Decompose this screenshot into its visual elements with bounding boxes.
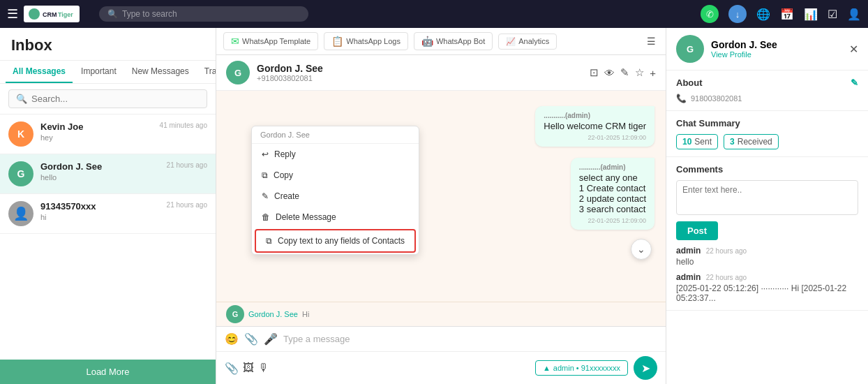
chat-toolbar: ✉ WhatsApp Template 📋 WhatsApp Logs 🤖 Wh… (216, 28, 666, 55)
chat-time-gordon: 21 hours ago (167, 161, 207, 169)
about-title: About ✎ (676, 77, 858, 88)
microphone-icon[interactable]: 🎤 (264, 332, 278, 346)
received-count: 3 (730, 137, 735, 147)
send-icon: ➤ (641, 362, 650, 375)
whatsapp-template-button[interactable]: ✉ WhatsApp Template (223, 32, 318, 50)
comment-input[interactable] (676, 180, 858, 215)
chat-info-gordon: Gordon J. See hello (40, 161, 160, 182)
download-icon[interactable]: ↓ (728, 5, 747, 23)
toolbar-more-button[interactable]: ☰ (644, 34, 659, 49)
message-item-sent-2: ...........(admin) select any one 1 Crea… (571, 158, 654, 230)
top-navigation: ☰ CRM Tiger 🔍 ✆ ↓ 🌐 📅 📊 ☑ 👤 (0, 0, 868, 28)
context-menu-copy[interactable]: ⧉ Copy (252, 165, 419, 186)
globe-icon[interactable]: 🌐 (756, 8, 770, 21)
snippet-sender: Gordon J. See (248, 310, 298, 318)
left-sidebar: Inbox All Messages Important New Message… (0, 28, 216, 384)
rp-view-profile-link[interactable]: View Profile (711, 50, 777, 59)
analytics-icon: 📈 (506, 37, 516, 46)
up-arrow-icon: ▲ (543, 364, 551, 372)
post-comment-button[interactable]: Post (676, 221, 718, 240)
chat-name-gordon: Gordon J. See (40, 161, 160, 172)
chat-preview-gordon: hello (40, 173, 160, 182)
comment-author-2: admin (676, 272, 701, 282)
chat-edit-icon[interactable]: ✎ (620, 66, 629, 79)
emoji-icon[interactable]: 😊 (225, 332, 239, 346)
tab-new-messages[interactable]: New Messages (125, 61, 196, 83)
global-search-input[interactable] (122, 9, 248, 19)
copy-icon: ⧉ (262, 170, 268, 180)
sent-badge: 10 Sent (676, 134, 718, 149)
chat-view-icon[interactable]: 👁 (604, 67, 615, 79)
rp-phone-number: 918003802081 (691, 94, 742, 103)
load-more-button[interactable]: Load More (0, 360, 216, 384)
svg-text:Tiger: Tiger (58, 11, 73, 18)
logo-area: CRM Tiger (24, 6, 80, 22)
whatsapp-bot-button[interactable]: 🤖 WhatsApp Bot (414, 32, 493, 50)
chat-contact-phone: +918003802081 (257, 74, 583, 82)
context-menu-copy-to-contacts[interactable]: ⧉ Copy text to any fields of Contacts (255, 229, 416, 253)
inbox-title: Inbox (0, 28, 216, 61)
incoming-snippet: G Gordon J. See Hi (216, 302, 666, 326)
calendar-icon[interactable]: 📅 (780, 8, 794, 21)
send-button[interactable]: ➤ (634, 356, 657, 380)
search-container: 🔍 (0, 84, 216, 115)
chat-contact-name: Gordon J. See (257, 63, 583, 74)
message-input[interactable] (283, 334, 657, 344)
comment-text-2: [2025-01-22 05:12:26] ············ Hi [2… (676, 283, 858, 303)
bottom-left-actions: 📎 🖼 🎙 (225, 362, 269, 375)
tab-all-messages[interactable]: All Messages (6, 61, 73, 83)
svg-text:CRM: CRM (43, 11, 57, 18)
received-badge: 3 Received (724, 134, 779, 149)
avatar-kevin: K (8, 121, 33, 147)
chat-history-icon[interactable]: ⊡ (590, 66, 599, 79)
chat-header-info: Gordon J. See +918003802081 (257, 63, 583, 82)
snippet-avatar: G (226, 305, 244, 323)
rp-close-button[interactable]: ✕ (849, 43, 858, 56)
scroll-down-button[interactable]: ⌄ (631, 239, 652, 260)
attachment-icon[interactable]: 📎 (244, 332, 258, 346)
edit-about-icon[interactable]: ✎ (851, 77, 858, 88)
attachment-bottom-icon[interactable]: 📎 (225, 362, 239, 375)
context-menu-sender: Gordon J. See (252, 126, 419, 144)
chat-summary-title: Chat Summary (676, 118, 858, 128)
checkbox-icon[interactable]: ☑ (828, 8, 837, 21)
copy-field-icon: ⧉ (266, 236, 272, 246)
chat-item-gordon[interactable]: G Gordon J. See hello 21 hours ago (0, 154, 216, 194)
bottom-right-actions: ▲ admin • 91xxxxxxxx ➤ (535, 356, 657, 380)
context-menu-reply[interactable]: ↩ Reply (252, 144, 419, 165)
rp-phone: 📞 918003802081 (676, 94, 858, 103)
search-icon: 🔍 (16, 94, 27, 104)
chat-item-kevin[interactable]: K Kevin Joe hey 41 minutes ago (0, 115, 216, 154)
search-input[interactable] (31, 94, 200, 104)
chat-star-icon[interactable]: ☆ (635, 66, 644, 79)
audio-bottom-icon[interactable]: 🎙 (258, 362, 269, 374)
tab-important[interactable]: Important (74, 61, 124, 83)
comment-item-2: admin 22 hours ago [2025-01-22 05:12:26]… (676, 272, 858, 303)
whatsapp-logs-button[interactable]: 📋 WhatsApp Logs (324, 32, 408, 50)
context-menu-create[interactable]: ✎ Create (252, 186, 419, 207)
sent-count: 10 (682, 137, 691, 147)
user-icon[interactable]: 👤 (847, 8, 861, 21)
message-item-sent-1: ...........(admin) Hello welcome CRM tig… (535, 106, 654, 147)
context-menu: Gordon J. See ↩ Reply ⧉ Copy ✎ Create 🗑 … (251, 126, 419, 255)
context-menu-delete[interactable]: 🗑 Delete Message (252, 207, 419, 228)
tab-transfer-to-agent[interactable]: Transfer To Agent (197, 61, 216, 83)
image-bottom-icon[interactable]: 🖼 (243, 362, 254, 374)
chat-item-unknown[interactable]: 👤 91343570xxx hi 21 hours ago (0, 194, 216, 234)
sent-label: Sent (694, 137, 712, 147)
whatsapp-nav-icon[interactable]: ✆ (701, 5, 719, 23)
svg-point-0 (29, 8, 40, 20)
nav-icons: ✆ ↓ 🌐 📅 📊 ☑ 👤 (701, 5, 861, 23)
input-icons: 😊 📎 🎤 (225, 332, 278, 346)
whatsapp-template-icon: ✉ (231, 36, 239, 47)
analytics-button[interactable]: 📈 Analytics (498, 34, 557, 50)
hamburger-menu[interactable]: ☰ (7, 6, 18, 22)
chart-icon[interactable]: 📊 (804, 8, 818, 21)
logo: CRM Tiger (24, 6, 80, 22)
reply-icon: ↩ (262, 149, 269, 159)
rp-name-area: Gordon J. See View Profile (711, 39, 777, 59)
search-icon: 🔍 (107, 9, 118, 19)
chat-add-icon[interactable]: + (650, 67, 656, 79)
assign-button[interactable]: ▲ admin • 91xxxxxxxx (535, 360, 628, 376)
comments-title: Comments (676, 164, 858, 175)
